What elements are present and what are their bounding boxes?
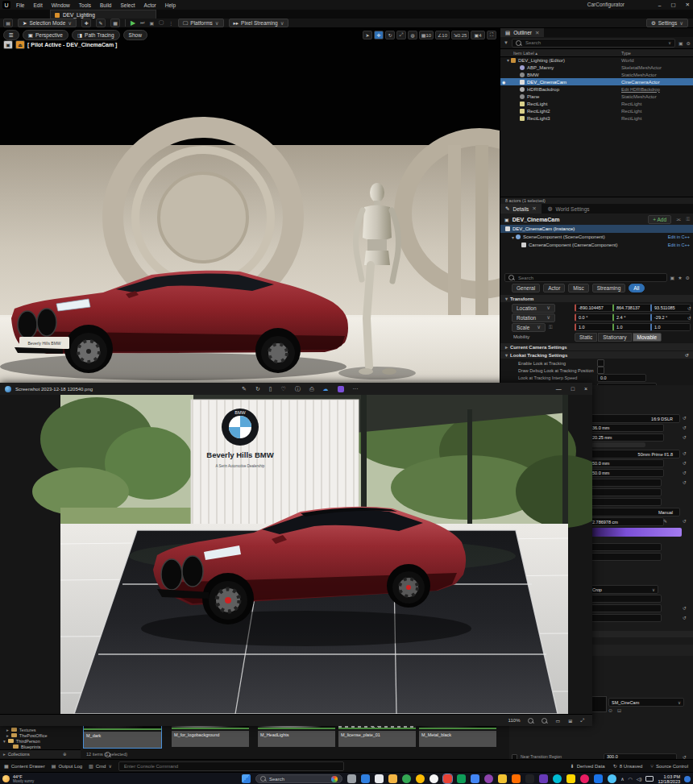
use-asset-icon[interactable]: ⊡ [617, 707, 621, 713]
details-search-input[interactable] [517, 275, 663, 281]
outliner-row-cinemacam[interactable]: ◉ DEV_CinemaCamCineCameraActor [500, 78, 693, 85]
taskbar-app-icon-0[interactable] [347, 774, 356, 783]
mobility-static-button[interactable]: Static [575, 333, 597, 342]
display-options-icon[interactable]: ▣ [670, 275, 675, 280]
property-field[interactable] [589, 614, 662, 622]
pixel-streaming-button[interactable]: ▸▸ Pixel Streaming∨ [229, 19, 289, 27]
taskbar-app-icon-1[interactable] [361, 774, 370, 783]
multiuser-icon[interactable]: ▣ [150, 20, 155, 26]
details-search[interactable] [504, 273, 667, 282]
print-icon[interactable]: ⎙ [309, 386, 314, 392]
weather-widget[interactable]: 44°F Mostly sunny [2, 773, 34, 784]
property-field[interactable] [589, 479, 662, 487]
eject-pilot-icon[interactable]: ⏏ [15, 40, 25, 49]
menu-tools[interactable]: Tools [79, 2, 91, 8]
column-item-label[interactable]: Item Label ▴ [513, 51, 537, 56]
focus-method-dropdown[interactable]: Manual [589, 508, 680, 516]
show-button[interactable]: Show [123, 30, 147, 40]
collections-bar[interactable]: ▸Collections ⊕ [0, 749, 81, 758]
current-camera-settings-header[interactable]: ▸Current Camera Settings [500, 343, 693, 351]
taskbar-app-icon-8[interactable] [457, 774, 466, 783]
taskbar-app-icon-18[interactable] [594, 774, 603, 783]
close-button[interactable]: ✕ [686, 2, 690, 8]
transform-section-header[interactable]: ▾Transform [500, 295, 693, 302]
property-field[interactable] [589, 543, 662, 551]
tab-all[interactable]: All [629, 284, 644, 292]
sensor-height-field[interactable]: 20.25 mm [589, 433, 664, 442]
console-command-input[interactable] [122, 763, 340, 769]
edit-in-cpp-link[interactable]: Edit in C++ [668, 234, 690, 239]
taskbar-app-icon-16[interactable] [566, 774, 575, 783]
min-focal-field[interactable]: 50.0 mm [589, 459, 664, 467]
source-control-button[interactable]: ⑂Source Control [650, 764, 688, 769]
location-dropdown[interactable]: Location∨ [512, 304, 555, 313]
column-type[interactable]: Type [621, 51, 631, 56]
edit-in-cpp-link[interactable]: Edit in C++ [668, 243, 690, 247]
outliner-settings-gear-icon[interactable]: ⚙ [687, 40, 691, 46]
taskbar-app-icon-7[interactable] [443, 774, 452, 783]
console-command-box[interactable] [118, 761, 344, 771]
viewport[interactable]: Beverly Hills BMW ☰ ▣Perspec [0, 28, 500, 383]
notification-bell-icon[interactable] [684, 776, 691, 782]
close-details-icon[interactable]: ✕ [532, 205, 536, 212]
rotation-z-field[interactable]: -29.2 ° [650, 313, 691, 321]
world-settings-tab[interactable]: ◍World Settings [542, 204, 596, 214]
eyedropper-icon[interactable]: ✎ [663, 518, 667, 524]
reset-icon[interactable]: ↺ [683, 425, 687, 430]
fullscreen-icon[interactable]: ⤢ [580, 718, 584, 724]
scale-snap-toggle[interactable]: ⇲ 0.25 [451, 31, 469, 39]
outliner-row-bmw[interactable]: BMWStaticMeshActor [500, 71, 693, 78]
taskbar-app-icon-5[interactable] [416, 774, 425, 783]
outliner-search-input[interactable] [524, 39, 666, 46]
outliner-row-rectlight2[interactable]: RectLight2RectLight [500, 107, 693, 114]
blueprints-icon[interactable]: ✎ [96, 19, 106, 27]
battery-icon[interactable] [645, 776, 654, 782]
close-outliner-icon[interactable]: ✕ [535, 30, 539, 36]
property-field[interactable] [589, 488, 662, 496]
tab-general[interactable]: General [512, 284, 540, 292]
component-row-root[interactable]: DEV_CinemaCam (Instance) [500, 225, 693, 233]
reset-icon[interactable]: ↺ [683, 479, 687, 485]
component-hierarchy-icon[interactable]: ⫘ [677, 217, 681, 222]
filter-icon[interactable]: ▼ [504, 40, 508, 45]
component-row-scene[interactable]: ▾ SceneComponent (SceneComponent) Edit i… [500, 233, 693, 241]
taskbar-app-icon-17[interactable] [580, 774, 589, 783]
taskbar-app-icon-19[interactable] [608, 774, 616, 783]
favorites-icon[interactable]: ★ [678, 275, 682, 280]
lens-preset-dropdown[interactable]: 50mm Prime f/1.8 [589, 450, 680, 458]
favorite-heart-icon[interactable]: ♡ [281, 386, 286, 392]
delete-icon[interactable]: ▯ [269, 386, 272, 392]
new-folder-icon[interactable]: ▣ [678, 40, 683, 46]
photos-minimize-button[interactable]: — [556, 386, 562, 392]
minimize-button[interactable]: – [658, 2, 662, 8]
mesh-thumbnail[interactable] [591, 696, 607, 712]
details-tab[interactable]: ✎Details ✕ [500, 204, 542, 214]
visibility-eye-icon[interactable]: ◉ [502, 80, 505, 85]
reset-icon[interactable]: ↺ [683, 450, 687, 456]
outliner-tab[interactable]: ▤Outliner ✕ [500, 28, 544, 37]
mobility-stationary-button[interactable]: Stationary [598, 333, 631, 342]
tab-streaming[interactable]: Streaming [592, 284, 626, 292]
clock[interactable]: 1:03 PM 12/18/2023 [658, 774, 680, 784]
fit-to-window-icon[interactable]: ▭ [555, 718, 560, 724]
taskbar-app-icon-11[interactable] [498, 774, 507, 783]
create-actor-icon[interactable]: ✚ [81, 19, 91, 27]
folder-textures[interactable]: ▸Textures [0, 727, 81, 732]
rotation-x-field[interactable]: 0.0 ° [575, 313, 615, 321]
platforms-button[interactable]: 🖵 Platforms∨ [178, 19, 224, 27]
add-component-button[interactable]: + Add [648, 215, 671, 224]
taskbar-app-icon-9[interactable] [471, 774, 479, 783]
menu-actor[interactable]: Actor [144, 2, 156, 8]
taskbar-app-icon-2[interactable] [375, 774, 384, 783]
taskbar-app-icon-3[interactable] [388, 774, 397, 783]
browse-to-asset-icon[interactable]: ⊙ [608, 707, 612, 713]
stop-pilot-icon[interactable]: ▣ [3, 40, 13, 49]
maximize-viewport-icon[interactable]: ⛶ [487, 31, 496, 39]
camera-speed-button[interactable]: ▣ 4 [471, 31, 485, 39]
reset-icon[interactable]: ↺ [683, 615, 687, 620]
perspective-button[interactable]: ▣Perspective [23, 30, 68, 40]
viewport-menu-button[interactable]: ☰ [3, 30, 19, 40]
max-focal-field[interactable]: 50.0 mm [589, 469, 664, 477]
cinematics-icon[interactable]: ▦ [110, 19, 120, 27]
scale-dropdown[interactable]: Scale∨ [512, 323, 546, 332]
